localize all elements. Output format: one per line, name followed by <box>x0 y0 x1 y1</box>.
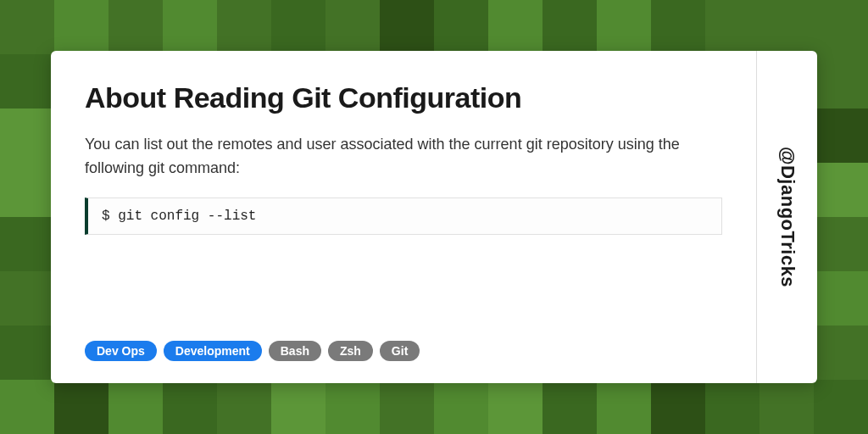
content-card: About Reading Git Configuration You can … <box>51 51 817 383</box>
page-title: About Reading Git Configuration <box>85 81 722 114</box>
description-text: You can list out the remotes and user as… <box>85 133 722 181</box>
code-block: $ git config --list <box>85 198 722 235</box>
tag-list: Dev OpsDevelopmentBashZshGit <box>85 341 420 361</box>
author-handle: @DjangoTricks <box>776 147 798 287</box>
tag: Git <box>380 341 420 361</box>
tag: Zsh <box>328 341 373 361</box>
tag: Bash <box>269 341 321 361</box>
tag: Dev Ops <box>85 341 157 361</box>
handle-sidebar: @DjangoTricks <box>756 51 817 383</box>
tag: Development <box>164 341 262 361</box>
card-main: About Reading Git Configuration You can … <box>51 51 756 383</box>
